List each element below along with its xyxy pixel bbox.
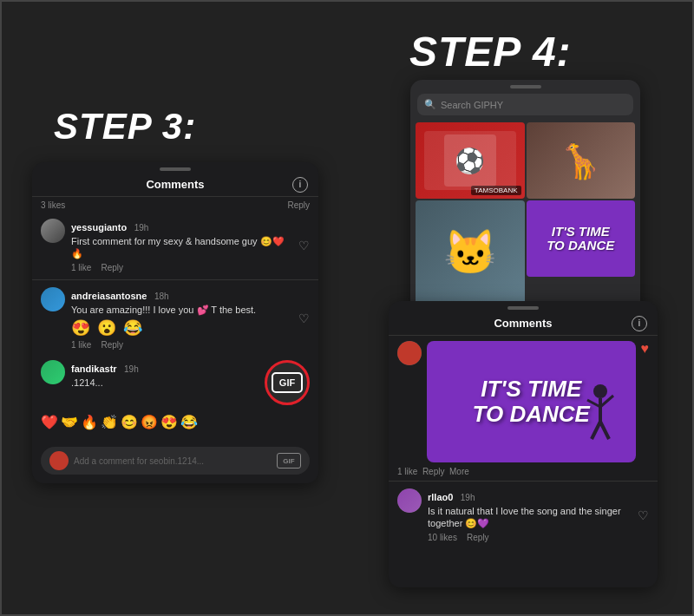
number-3: .1214... — [71, 377, 103, 388]
emoji-heart[interactable]: ❤️ — [41, 414, 58, 430]
giphy-cell-cat[interactable]: 🐱 — [416, 200, 525, 305]
bank-label: TAMSOBANK — [471, 186, 521, 195]
comment-item-rllao: rllao0 19h Is it natural that I love the… — [389, 483, 658, 547]
likes-rllao: 10 likes — [428, 533, 457, 542]
time-2: 18h — [154, 292, 169, 301]
search-placeholder: Search GIPHY — [441, 100, 503, 110]
comment-content-3: fandikastr 19h .1214... — [71, 360, 259, 389]
comments-panel-handle — [507, 306, 539, 310]
reply-rllao[interactable]: Reply — [467, 533, 489, 542]
meta-rllao: 10 likes Reply — [428, 533, 632, 542]
username-2: andreiasantosne — [71, 291, 147, 301]
emoji-laugh[interactable]: 😂 — [180, 414, 198, 430]
gif-circle[interactable]: GIF — [265, 360, 310, 405]
emoji-reaction-row: ❤️ 🤝 🔥 👏 😊 😡 😍 😂 — [32, 410, 318, 434]
giphy-panel: 🔍 Search GIPHY ⚽ TAMSOBANK 🦒 — [410, 80, 640, 314]
svg-point-0 — [593, 384, 607, 398]
avatar-2 — [41, 287, 65, 311]
input-gif-btn[interactable]: GIF — [277, 453, 301, 469]
emoji-love[interactable]: 😍 — [160, 414, 178, 430]
dance-text-small: IT'S TIMETO DANCE — [547, 225, 614, 253]
top-reply[interactable]: Reply — [287, 200, 310, 210]
dance-text-large-line2: TO DANCE — [473, 402, 590, 427]
emoji-smile[interactable]: 😊 — [121, 414, 138, 430]
panel-handle — [160, 167, 191, 171]
info-icon-step3[interactable]: i — [292, 177, 308, 193]
heart-icon[interactable]: ♥ — [641, 341, 650, 357]
emoji-fire[interactable]: 🔥 — [81, 414, 98, 430]
giphy-search-bar[interactable]: 🔍 Search GIPHY — [417, 94, 633, 115]
dance-text-large-line1: IT'S TIME — [481, 377, 581, 402]
emoji-2-2: 😮 — [97, 318, 116, 337]
gif-comment-meta: 1 like Reply More — [389, 464, 658, 479]
avatar-3 — [41, 360, 65, 384]
step4-label: STEP 4: — [409, 28, 572, 75]
cat-emoji: 🐱 — [443, 227, 497, 278]
comment-input-bar[interactable]: Add a comment for seobin.1214... GIF — [41, 447, 310, 475]
comment-content-1: yessugianto 19h First comment for my sex… — [71, 219, 292, 272]
svg-line-5 — [600, 422, 609, 439]
avatar-1 — [41, 219, 65, 243]
dance-gif-large: IT'S TIME TO DANCE — [427, 341, 636, 462]
reply-2[interactable]: Reply — [101, 340, 123, 350]
comments-panel-step4: Comments i IT'S TIME TO DANCE — [389, 301, 658, 587]
giraffe-emoji: 🦒 — [559, 141, 602, 181]
likes-2: 1 like — [71, 340, 91, 350]
username-3: fandikastr — [71, 364, 117, 374]
gif-likes: 1 like Reply More — [397, 467, 469, 476]
top-likes: 3 likes — [41, 200, 65, 210]
text-2: You are amazing!!! I love you 💕 T the be… — [71, 304, 292, 316]
svg-line-2 — [587, 400, 600, 407]
input-placeholder: Add a comment for seobin.1214... — [74, 456, 272, 466]
emoji-hands[interactable]: 🤝 — [61, 414, 78, 430]
comment-item-2: andreiasantosne 18h You are amazing!!! I… — [32, 282, 318, 355]
soccer-emoji: ⚽ — [455, 147, 485, 175]
like-btn-2[interactable]: ♡ — [298, 311, 310, 325]
username-1: yessugianto — [71, 222, 127, 233]
svg-line-4 — [592, 422, 600, 439]
step3-label: STEP 3: — [54, 106, 196, 147]
main-container: STEP 3: STEP 4: Comments i 3 likes Reply… — [0, 0, 694, 616]
time-1: 19h — [134, 223, 149, 233]
giphy-cell-dance[interactable]: IT'S TIMETO DANCE — [527, 200, 636, 277]
emoji-2-1: 😍 — [71, 318, 90, 337]
comments-title-step3: Comments — [146, 178, 204, 191]
info-icon-step4[interactable]: i — [632, 316, 647, 331]
meta-1: 1 like Reply — [71, 263, 292, 272]
giphy-cell-giraffe[interactable]: 🦒 — [527, 122, 636, 199]
gif-avatar — [397, 341, 422, 365]
like-btn-1[interactable]: ♡ — [298, 239, 310, 252]
comments-header: Comments i — [32, 173, 318, 197]
text-3: .1214... — [71, 377, 259, 389]
gif-content: IT'S TIME TO DANCE — [427, 341, 636, 462]
time-3: 19h — [124, 364, 139, 374]
input-avatar — [49, 451, 69, 470]
giphy-cell-soccer[interactable]: ⚽ TAMSOBANK — [416, 122, 525, 199]
reply-1[interactable]: Reply — [101, 263, 123, 272]
giphy-grid: ⚽ TAMSOBANK 🦒 🐱 — [410, 121, 640, 306]
like-btn-rllao[interactable]: ♡ — [638, 508, 649, 522]
step3-panel: Comments i 3 likes Reply yessugianto 19h… — [32, 162, 318, 483]
text-rllao: Is it natural that I love the song and t… — [428, 505, 632, 530]
search-icon: 🔍 — [424, 99, 436, 110]
emoji-angry[interactable]: 😡 — [141, 414, 158, 430]
comment-item-3: fandikastr 19h .1214... GIF — [32, 355, 318, 410]
gif-button-highlighted[interactable]: GIF — [272, 372, 303, 393]
giphy-panel-handle — [510, 85, 541, 88]
avatar-rllao — [397, 488, 422, 513]
comments-title-step4: Comments — [494, 317, 552, 330]
gif-comment-row: IT'S TIME TO DANCE — [389, 336, 658, 464]
comment-content-rllao: rllao0 19h Is it natural that I love the… — [428, 488, 632, 542]
comment-item-1: yessugianto 19h First comment for my sex… — [32, 213, 318, 278]
comments-header-step4: Comments i — [389, 311, 658, 336]
emoji-2-3: 😂 — [123, 318, 142, 337]
dancer-figure-svg — [579, 383, 622, 452]
text-1: First comment for my sexy & handsome guy… — [71, 235, 292, 260]
comment-content-2: andreiasantosne 18h You are amazing!!! I… — [71, 287, 292, 350]
time-rllao: 19h — [461, 493, 475, 502]
likes-1: 1 like — [71, 263, 91, 272]
emoji-clap[interactable]: 👏 — [101, 414, 118, 430]
meta-2: 1 like Reply — [71, 340, 292, 350]
username-rllao: rllao0 — [428, 492, 453, 502]
